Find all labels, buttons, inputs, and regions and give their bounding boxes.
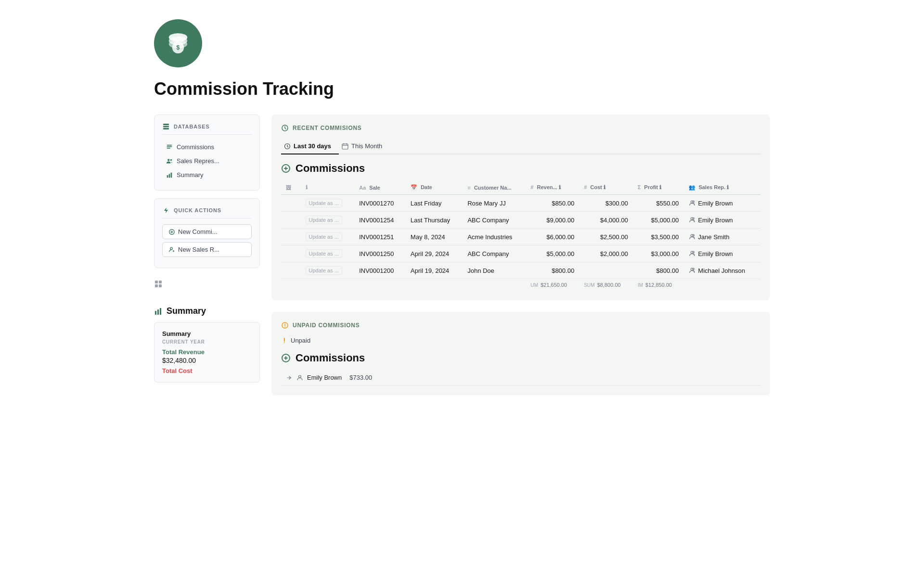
main-layout: DATABASES Commissions Sales Repres... Su… — [154, 115, 770, 395]
col-image: 🖼 — [281, 180, 301, 195]
col-sale: Aa Sale — [354, 180, 406, 195]
cost-cell — [579, 262, 632, 279]
sidebar-item-sales-reps[interactable]: Sales Repres... — [162, 154, 252, 167]
summary-title: Summary — [154, 306, 260, 316]
sidebar-summary-section: Summary Summary CURRENT YEAR Total Reven… — [154, 306, 260, 383]
rep-avatar-icon — [689, 250, 695, 257]
sale-cell: INV0001254 — [354, 212, 406, 229]
recent-commissions-block: RECENT COMMISIONS Last 30 days This Mont… — [271, 115, 770, 300]
update-as-button[interactable]: Update as ... — [306, 216, 342, 224]
sidebar-item-summary[interactable]: Summary — [162, 168, 252, 181]
sale-cell: INV0001200 — [354, 262, 406, 279]
date-cell: April 29, 2024 — [406, 245, 462, 262]
sales-rep-icon — [166, 158, 173, 165]
sum-row: UM $21,650.00 SUM $8,800.00 IM $12,850.0… — [281, 279, 760, 291]
col-date: 📅 Date — [406, 180, 462, 195]
summary-card: Summary CURRENT YEAR Total Revenue $32,4… — [154, 322, 260, 383]
svg-point-11 — [167, 159, 169, 161]
quick-actions-section: QUICK ACTIONS New Commi... New Sales R..… — [154, 198, 260, 268]
sales-rep-cell: Emily Brown — [684, 195, 760, 212]
sale-cell: INV0001251 — [354, 229, 406, 245]
update-as-button[interactable]: Update as ... — [306, 232, 342, 241]
table-row: Update as ... INV0001250 April 29, 2024 … — [281, 245, 760, 262]
cost-cell: $2,500.00 — [579, 229, 632, 245]
customer-cell: Rose Mary JJ — [462, 195, 526, 212]
cost-cell: $2,000.00 — [579, 245, 632, 262]
col-info: ℹ — [301, 180, 355, 195]
databases-icon — [162, 123, 170, 130]
rep-avatar-icon — [689, 200, 695, 206]
profit-cell: $550.00 — [633, 195, 684, 212]
commissions-title-icon — [281, 164, 291, 173]
tab-this-month[interactable]: This Month — [339, 140, 390, 154]
tabs-row: Last 30 days This Month — [281, 140, 760, 154]
recent-commissions-header: RECENT COMMISIONS — [281, 124, 760, 132]
lightning-icon — [162, 206, 170, 214]
recent-icon — [281, 124, 289, 132]
svg-rect-5 — [163, 124, 169, 125]
svg-rect-9 — [167, 146, 172, 147]
date-cell: April 19, 2024 — [406, 262, 462, 279]
svg-rect-13 — [167, 175, 168, 178]
sidebar-item-commissions[interactable]: Commissions — [162, 141, 252, 154]
date-cell: Last Thursday — [406, 212, 462, 229]
svg-point-42 — [284, 342, 285, 343]
svg-rect-14 — [169, 174, 170, 178]
svg-rect-22 — [159, 284, 162, 287]
svg-rect-15 — [171, 172, 172, 178]
customer-cell: Acme Industries — [462, 229, 526, 245]
revenue-cell: $6,000.00 — [526, 229, 579, 245]
col-cost: # Cost ℹ — [579, 180, 632, 195]
col-sales-rep: 👥 Sales Rep. ℹ — [684, 180, 760, 195]
rep-avatar-icon — [689, 267, 695, 274]
summary-icon — [166, 172, 173, 179]
svg-point-41 — [284, 327, 285, 328]
revenue-cell: $850.00 — [526, 195, 579, 212]
date-cell: Last Friday — [406, 195, 462, 212]
revenue-cell: $9,000.00 — [526, 212, 579, 229]
unpaid-tab[interactable]: Unpaid — [281, 337, 760, 344]
plus-people-icon — [168, 246, 175, 253]
quick-actions-header: QUICK ACTIONS — [162, 206, 252, 218]
update-as-button[interactable]: Update as ... — [306, 266, 342, 275]
update-as-button[interactable]: Update as ... — [306, 199, 342, 207]
app-logo: $ — [154, 19, 202, 67]
tab-last-30-days[interactable]: Last 30 days — [281, 140, 339, 154]
profit-cell: $3,500.00 — [633, 229, 684, 245]
table-row: Update as ... INV0001254 Last Thursday A… — [281, 212, 760, 229]
unpaid-commissions-block: UNPAID COMMISIONS Unpaid Commissions Emi… — [271, 312, 770, 395]
svg-point-12 — [170, 159, 172, 161]
svg-point-18 — [170, 247, 172, 249]
unpaid-title-icon — [281, 353, 291, 363]
exclamation-icon — [281, 337, 288, 344]
profit-cell: $800.00 — [633, 262, 684, 279]
customer-cell: ABC Company — [462, 212, 526, 229]
databases-section: DATABASES Commissions Sales Repres... Su… — [154, 115, 260, 191]
calendar-tab-icon — [342, 143, 348, 150]
cost-cell: $300.00 — [579, 195, 632, 212]
svg-rect-6 — [163, 126, 169, 128]
new-sales-rep-button[interactable]: New Sales R... — [162, 242, 252, 257]
clock-icon — [284, 143, 291, 150]
new-commission-button[interactable]: New Commi... — [162, 224, 252, 239]
col-profit: Σ Profit ℹ — [633, 180, 684, 195]
databases-header: DATABASES — [162, 123, 252, 135]
table-row: Update as ... INV0001251 May 8, 2024 Acm… — [281, 229, 760, 245]
customer-cell: ABC Company — [462, 245, 526, 262]
update-as-button[interactable]: Update as ... — [306, 249, 342, 258]
cost-cell: $4,000.00 — [579, 212, 632, 229]
commissions-icon — [166, 144, 173, 151]
svg-rect-21 — [155, 284, 158, 287]
svg-point-44 — [299, 375, 301, 378]
revenue-cell: $5,000.00 — [526, 245, 579, 262]
customer-cell: John Doe — [462, 262, 526, 279]
col-customer: ≡ Customer Na... — [462, 180, 526, 195]
svg-rect-25 — [160, 308, 161, 315]
page-container: $ Commission Tracking DATABASES Commissi… — [125, 0, 799, 414]
content-area: RECENT COMMISIONS Last 30 days This Mont… — [271, 115, 770, 395]
profit-cell: $5,000.00 — [633, 212, 684, 229]
warning-icon — [281, 321, 289, 329]
table-row: Update as ... INV0001270 Last Friday Ros… — [281, 195, 760, 212]
rep-avatar-icon — [689, 217, 695, 223]
unpaid-table-title: Commissions — [281, 352, 760, 364]
